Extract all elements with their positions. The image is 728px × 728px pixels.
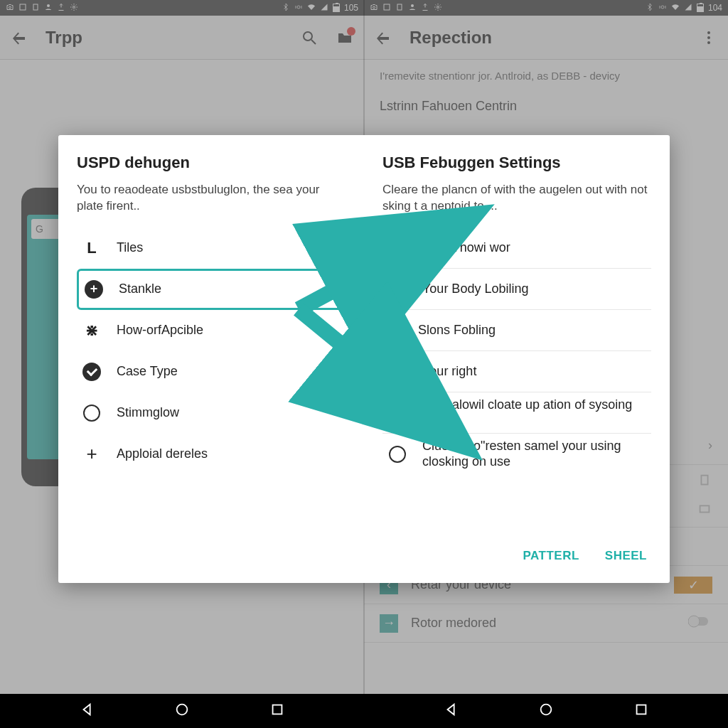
radio-unchecked-icon	[387, 444, 408, 465]
check-circle-icon	[81, 361, 102, 382]
dialog-subtitle: Cleare the plancn of with the augelen ou…	[382, 182, 651, 215]
radio-unchecked-icon	[81, 402, 102, 424]
option-label: Clue alowil cloate up ation of sysoing d…	[422, 397, 647, 428]
svg-point-22	[541, 705, 552, 715]
option-apploial-dereles[interactable]: + Apploial dereles	[77, 434, 346, 475]
svg-rect-8	[272, 705, 282, 714]
dialog-title: USPD dehugen	[77, 154, 346, 172]
glyph-icon: ⋇	[81, 320, 102, 341]
plus-circle-icon: +	[83, 279, 105, 300]
option-label: Your Body Lobiling	[422, 282, 647, 297]
option-clue-oresten[interactable]: Clue the o"resten samel your using closk…	[382, 434, 651, 475]
dialog-subtitle: You to reaodeate usbstbuluglon, the sea …	[77, 182, 346, 215]
positive-button[interactable]: SHEEL	[605, 549, 647, 563]
neutral-button[interactable]: PATTERL	[523, 549, 579, 563]
dialog-title: USB Febuggen Settings	[382, 154, 651, 172]
nav-recents-icon[interactable]	[269, 702, 285, 720]
nav-back-icon[interactable]	[80, 702, 95, 720]
option-label: Your right	[422, 364, 647, 380]
option-label: Apploial dereles	[117, 446, 341, 462]
plus-icon: +	[81, 444, 102, 465]
svg-rect-23	[636, 705, 646, 714]
letter-l-icon: L	[81, 237, 102, 259]
nav-bar	[0, 694, 364, 728]
nav-home-icon[interactable]	[174, 702, 190, 720]
svg-point-7	[177, 705, 188, 715]
nav-home-icon[interactable]	[538, 702, 554, 720]
nav-recents-icon[interactable]	[633, 702, 649, 720]
dialog-actions: PATTERL SHEEL	[382, 542, 651, 570]
nav-bar	[364, 694, 728, 728]
guide-arrow-lower	[291, 299, 427, 415]
nav-back-icon[interactable]	[444, 702, 459, 720]
option-label: Clue Thowi wor	[422, 240, 647, 256]
option-label: Slons Fobling	[418, 323, 647, 338]
option-label: Clue the o"resten samel your using closk…	[422, 439, 647, 469]
